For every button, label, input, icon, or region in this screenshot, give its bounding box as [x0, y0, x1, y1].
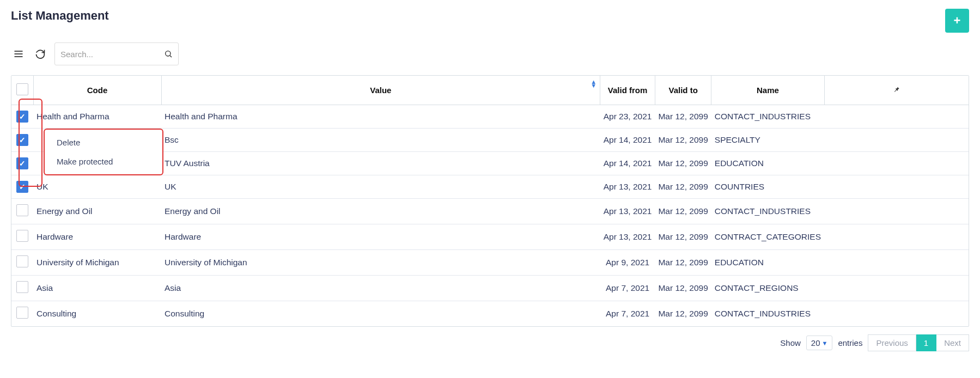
column-header-name[interactable]: Name: [711, 76, 824, 105]
hamburger-icon: [13, 48, 24, 59]
cell-value: Health and Pharma: [161, 105, 600, 129]
cell-value: Asia: [161, 276, 600, 301]
row-checkbox[interactable]: [16, 255, 28, 267]
column-header-value[interactable]: Value ▲▼: [161, 76, 600, 105]
row-checkbox[interactable]: [16, 307, 28, 319]
cell-name: CONTACT_REGIONS: [711, 276, 824, 301]
page-size-value: 20: [811, 338, 820, 347]
cell-valid-to: Mar 12, 2099: [655, 250, 711, 276]
cell-valid-from: Apr 7, 2021: [600, 301, 655, 327]
cell-pin: [824, 301, 969, 327]
cell-code: University of Michigan: [33, 250, 161, 276]
cell-value: Hardware: [161, 224, 600, 250]
cell-valid-to: Mar 12, 2099: [655, 129, 711, 152]
cell-name: CONTACT_INDUSTRIES: [711, 105, 824, 129]
search-icon: [164, 49, 173, 59]
cell-valid-from: Apr 9, 2021: [600, 250, 655, 276]
table-row[interactable]: UKUKApr 13, 2021Mar 12, 2099COUNTRIES: [11, 175, 969, 199]
svg-line-4: [170, 56, 172, 57]
cell-pin: [824, 250, 969, 276]
page-size-select[interactable]: 20 ▼: [806, 336, 833, 350]
cell-name: COUNTRIES: [711, 175, 824, 199]
cell-valid-from: Apr 23, 2021: [600, 105, 655, 129]
table-row[interactable]: University of MichiganUniversity of Mich…: [11, 250, 969, 276]
cell-valid-to: Mar 12, 2099: [655, 199, 711, 224]
sort-icon: ▲▼: [591, 80, 596, 88]
page-title: List Management: [11, 9, 109, 23]
cell-valid-to: Mar 12, 2099: [655, 105, 711, 129]
plus-icon: +: [954, 14, 961, 28]
pagination: Previous 1 Next: [868, 334, 969, 351]
cell-name: CONTRACT_CATEGORIES: [711, 224, 824, 250]
context-menu-make-protected[interactable]: Make protected: [45, 152, 162, 171]
table-row[interactable]: Health and PharmaHealth and PharmaApr 23…: [11, 105, 969, 129]
next-page-button[interactable]: Next: [936, 334, 969, 351]
table-row[interactable]: AsiaAsiaApr 7, 2021Mar 12, 2099CONTACT_R…: [11, 276, 969, 301]
pin-icon: [893, 85, 900, 94]
cell-value: Bsc: [161, 129, 600, 152]
column-header-code[interactable]: Code: [33, 76, 161, 105]
search-container: [54, 42, 179, 65]
cell-valid-from: Apr 7, 2021: [600, 276, 655, 301]
table-row[interactable]: ConsultingConsultingApr 7, 2021Mar 12, 2…: [11, 301, 969, 327]
search-input[interactable]: [60, 50, 164, 59]
column-header-pin[interactable]: [824, 76, 969, 105]
cell-value: TUV Austria: [161, 152, 600, 175]
row-checkbox[interactable]: [16, 157, 28, 169]
list-table: Code Value ▲▼ Valid from Valid to Name H…: [11, 76, 969, 326]
cell-code: Energy and Oil: [33, 199, 161, 224]
cell-value: University of Michigan: [161, 250, 600, 276]
context-menu-delete[interactable]: Delete: [45, 133, 162, 152]
chevron-down-icon: ▼: [822, 340, 828, 346]
row-checkbox[interactable]: [16, 281, 28, 293]
cell-valid-from: Apr 14, 2021: [600, 129, 655, 152]
cell-code: UK: [33, 175, 161, 199]
cell-pin: [824, 276, 969, 301]
cell-pin: [824, 175, 969, 199]
refresh-button[interactable]: [33, 46, 48, 62]
refresh-icon: [35, 48, 46, 59]
column-header-valid-to[interactable]: Valid to: [655, 76, 711, 105]
cell-valid-from: Apr 13, 2021: [600, 199, 655, 224]
cell-name: CONTACT_INDUSTRIES: [711, 199, 824, 224]
cell-name: EDUCATION: [711, 152, 824, 175]
cell-pin: [824, 129, 969, 152]
cell-code: Consulting: [33, 301, 161, 327]
cell-name: CONTACT_INDUSTRIES: [711, 301, 824, 327]
previous-page-button[interactable]: Previous: [868, 334, 916, 351]
page-number-button[interactable]: 1: [916, 334, 936, 351]
column-header-valid-from[interactable]: Valid from: [600, 76, 655, 105]
svg-point-3: [166, 51, 171, 56]
cell-code: Hardware: [33, 224, 161, 250]
entries-label: entries: [838, 338, 862, 347]
cell-valid-from: Apr 13, 2021: [600, 175, 655, 199]
row-checkbox[interactable]: [16, 230, 28, 242]
add-button[interactable]: +: [945, 9, 969, 33]
row-checkbox[interactable]: [16, 181, 28, 193]
row-checkbox[interactable]: [16, 111, 28, 123]
context-menu: Delete Make protected: [44, 129, 163, 175]
cell-value: UK: [161, 175, 600, 199]
row-checkbox[interactable]: [16, 134, 28, 146]
cell-pin: [824, 199, 969, 224]
cell-name: SPECIALTY: [711, 129, 824, 152]
cell-valid-from: Apr 13, 2021: [600, 224, 655, 250]
cell-pin: [824, 152, 969, 175]
cell-value: Energy and Oil: [161, 199, 600, 224]
cell-valid-to: Mar 12, 2099: [655, 224, 711, 250]
cell-value: Consulting: [161, 301, 600, 327]
select-all-checkbox[interactable]: [16, 83, 28, 95]
column-header-select: [11, 76, 33, 105]
cell-pin: [824, 105, 969, 129]
show-label: Show: [780, 338, 801, 347]
table-row[interactable]: HardwareHardwareApr 13, 2021Mar 12, 2099…: [11, 224, 969, 250]
menu-button[interactable]: [11, 46, 26, 62]
cell-name: EDUCATION: [711, 250, 824, 276]
cell-valid-to: Mar 12, 2099: [655, 175, 711, 199]
cell-valid-to: Mar 12, 2099: [655, 276, 711, 301]
table-row[interactable]: Energy and OilEnergy and OilApr 13, 2021…: [11, 199, 969, 224]
cell-code: Asia: [33, 276, 161, 301]
cell-code: Health and Pharma: [33, 105, 161, 129]
cell-valid-to: Mar 12, 2099: [655, 301, 711, 327]
row-checkbox[interactable]: [16, 204, 28, 216]
